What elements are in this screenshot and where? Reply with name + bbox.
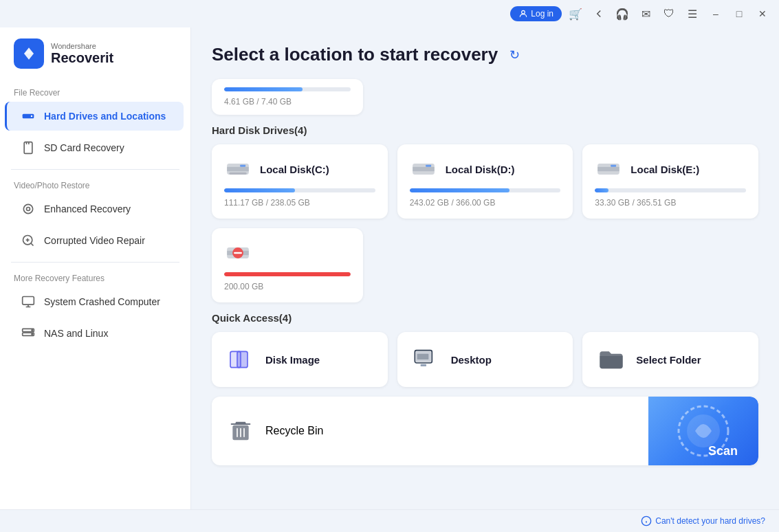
svg-rect-16 <box>229 173 246 175</box>
disk-image-label: Disk Image <box>265 354 320 366</box>
partial-progress-fill <box>224 87 303 91</box>
svg-rect-19 <box>413 167 435 171</box>
drive-card-d[interactable]: Local Disk(D:) 243.02 GB / 366.00 GB <box>397 144 573 219</box>
svg-rect-17 <box>240 165 245 167</box>
nas-icon <box>21 326 36 341</box>
section-video-photo: Video/Photo Restore <box>0 175 190 193</box>
cart-icon[interactable]: 🛒 <box>566 4 585 23</box>
shield-icon[interactable]: 🛡 <box>659 4 679 23</box>
svg-point-2 <box>31 115 33 118</box>
hdd-section-title: Hard Disk Drives(4) <box>212 124 758 136</box>
error-drive-row: 200.00 GB <box>212 228 758 302</box>
sidebar-divider-1 <box>11 169 179 170</box>
maximize-button[interactable]: □ <box>729 4 749 23</box>
drive-error-progress-bar <box>224 272 351 276</box>
qa-select-folder[interactable]: Select Folder <box>582 332 758 387</box>
enhanced-icon <box>21 201 36 217</box>
svg-rect-23 <box>611 165 617 167</box>
sidebar-item-hard-drives[interactable]: Hard Drives and Locations <box>5 102 184 131</box>
qa-disk-image[interactable]: Disk Image <box>212 332 388 387</box>
desktop-icon <box>411 344 441 375</box>
page-title-area: Select a location to start recovery ↻ <box>212 44 758 65</box>
svg-rect-9 <box>23 297 34 305</box>
drive-error-progress-fill <box>224 272 351 276</box>
sd-card-icon <box>21 140 36 155</box>
drive-card-c-top: Local Disk(C:) <box>224 155 375 183</box>
qa-recycle-bin[interactable]: Recycle Bin Scan <box>212 397 758 465</box>
svg-rect-35 <box>417 354 428 359</box>
mail-icon[interactable]: ✉ <box>636 4 655 23</box>
svg-point-5 <box>27 208 30 211</box>
recycle-scan-bg: Scan <box>648 397 758 465</box>
drive-name-d: Local Disk(D:) <box>446 164 515 175</box>
drive-error-size: 200.00 GB <box>224 282 351 291</box>
bottom-bar: Can't detect your hard drives? <box>0 509 779 532</box>
recycle-bin-label: Recycle Bin <box>265 425 323 437</box>
select-folder-icon <box>596 344 626 375</box>
recycle-bin-icon <box>226 416 256 446</box>
drive-icon-c <box>224 155 252 183</box>
drive-icon-error <box>224 239 252 267</box>
drive-name-e: Local Disk(E:) <box>630 164 699 175</box>
drive-card-d-top: Local Disk(D:) <box>410 155 561 183</box>
titlebar: Log in 🛒 🎧 ✉ 🛡 ☰ – □ ✕ <box>0 0 779 27</box>
drive-error-top <box>224 239 351 267</box>
logo-area: Wondershare Recoverit <box>0 27 190 82</box>
svg-rect-20 <box>426 165 431 167</box>
drive-e-progress-fill <box>595 188 608 192</box>
cant-detect-link[interactable]: Can't detect your hard drives? <box>655 516 765 526</box>
hdd-cards-row: Local Disk(C:) 111.17 GB / 238.05 GB <box>212 144 758 219</box>
crashed-computer-icon <box>21 294 36 309</box>
drive-icon-d <box>410 155 437 183</box>
corrupted-video-icon <box>21 233 36 248</box>
sidebar-item-nas[interactable]: NAS and Linux <box>7 319 184 348</box>
back-icon[interactable] <box>589 4 608 23</box>
disk-image-icon <box>226 344 256 375</box>
svg-rect-15 <box>227 167 249 171</box>
svg-point-13 <box>32 333 33 335</box>
drive-card-error[interactable]: 200.00 GB <box>212 228 363 302</box>
select-folder-label: Select Folder <box>636 354 701 366</box>
headset-icon[interactable]: 🎧 <box>613 4 632 23</box>
partial-progress-bar <box>224 87 351 91</box>
drive-e-size: 33.30 GB / 365.51 GB <box>595 198 746 208</box>
svg-point-4 <box>23 204 32 213</box>
svg-point-12 <box>32 330 33 331</box>
refresh-button[interactable]: ↻ <box>505 45 524 65</box>
close-button[interactable]: ✕ <box>753 4 772 23</box>
drive-name-c: Local Disk(C:) <box>260 164 329 175</box>
login-button[interactable]: Log in <box>510 6 562 21</box>
recycle-row: Recycle Bin Scan <box>212 397 758 465</box>
drive-d-progress-bar <box>410 188 561 192</box>
main-content: Select a location to start recovery ↻ 4.… <box>191 27 779 509</box>
list-icon[interactable]: ☰ <box>683 4 702 23</box>
minimize-button[interactable]: – <box>706 4 725 23</box>
sidebar: Wondershare Recoverit File Recover Hard … <box>0 27 191 509</box>
drive-c-size: 111.17 GB / 238.05 GB <box>224 198 375 208</box>
quick-access-section-title: Quick Access(4) <box>212 312 758 324</box>
logo-text: Wondershare Recoverit <box>51 42 113 66</box>
drive-c-progress-bar <box>224 188 375 192</box>
sidebar-item-enhanced[interactable]: Enhanced Recovery <box>7 195 184 223</box>
recycle-content: Recycle Bin <box>212 403 337 458</box>
scan-label: Scan <box>708 444 738 458</box>
drive-card-e[interactable]: Local Disk(E:) 33.30 GB / 365.51 GB <box>582 144 758 219</box>
hard-drives-icon <box>21 109 36 124</box>
page-title: Select a location to start recovery <box>212 44 498 65</box>
logo-icon <box>14 38 44 69</box>
drive-icon-e <box>595 155 622 183</box>
svg-rect-36 <box>420 364 426 366</box>
svg-rect-22 <box>598 167 620 171</box>
drive-card-c[interactable]: Local Disk(C:) 111.17 GB / 238.05 GB <box>212 144 388 219</box>
sidebar-item-crashed[interactable]: System Crashed Computer <box>7 287 184 316</box>
qa-desktop[interactable]: Desktop <box>397 332 573 387</box>
sidebar-divider-2 <box>11 262 179 263</box>
svg-point-0 <box>522 10 525 14</box>
app-body: Wondershare Recoverit File Recover Hard … <box>0 27 779 509</box>
sidebar-item-corrupted[interactable]: Corrupted Video Repair <box>7 226 184 255</box>
partial-drives-row: 4.61 GB / 7.40 GB <box>212 79 758 115</box>
partial-drive-card[interactable]: 4.61 GB / 7.40 GB <box>212 79 363 115</box>
drive-card-e-top: Local Disk(E:) <box>595 155 746 183</box>
drive-d-size: 243.02 GB / 366.00 GB <box>410 198 561 208</box>
sidebar-item-sd-card[interactable]: SD Card Recovery <box>7 133 184 162</box>
